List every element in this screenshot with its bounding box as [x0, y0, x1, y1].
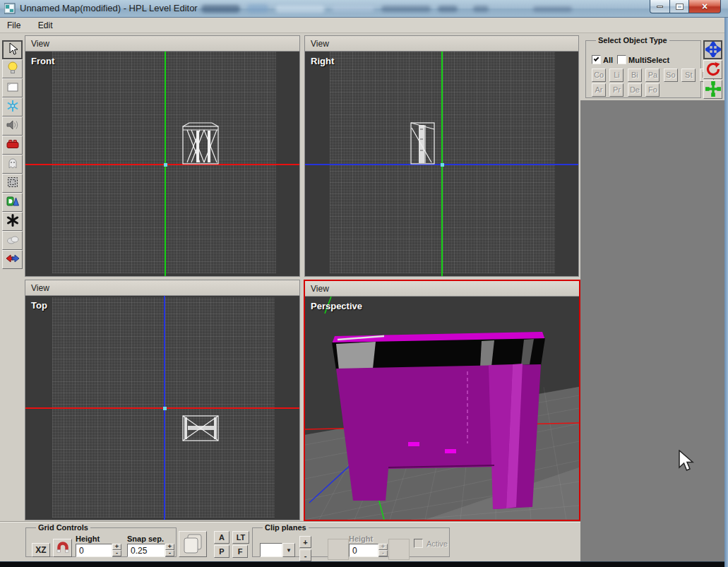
view-mode-p-button[interactable]: P — [214, 545, 229, 558]
toolbar-areas-tool[interactable] — [2, 174, 23, 193]
rotate-circle-icon — [705, 61, 721, 78]
green-blue-shapes-icon — [6, 194, 20, 210]
billboard-icon — [6, 80, 20, 96]
x-axis-line — [25, 407, 299, 409]
menu-edit[interactable]: Edit — [31, 18, 60, 30]
object-type-button-so[interactable]: So — [664, 68, 678, 82]
grid-plane-xz-button[interactable]: XZ — [32, 543, 50, 557]
clip-plane-remove-button[interactable]: - — [299, 549, 311, 561]
object-type-button-li[interactable]: Li — [609, 68, 623, 82]
titlebar[interactable]: Unnamed Map(modified) - HPL Level Editor… — [0, 0, 728, 18]
viewport-top-canvas[interactable]: Top — [25, 296, 299, 520]
snap-sep-label: Snap sep. — [127, 535, 164, 543]
bottom-toolbar: Grid Controls XZ Height + - Snap sep. + … — [0, 521, 580, 561]
object-type-button-ar[interactable]: Ar — [592, 83, 606, 97]
hpl-level-editor-window: Unnamed Map(modified) - HPL Level Editor… — [0, 0, 728, 567]
clip-active-checkbox[interactable] — [414, 539, 423, 548]
ghost-icon — [6, 156, 20, 172]
viewport-perspective-header: View — [305, 281, 579, 297]
toolbar-static-objects-tool[interactable] — [2, 193, 23, 212]
toolbar-compounds-tool[interactable] — [2, 212, 23, 231]
grid-height-input[interactable] — [76, 544, 112, 557]
close-button[interactable]: × — [689, 0, 721, 13]
snap-toggle-button[interactable] — [53, 539, 72, 557]
selected-object-wireframe[interactable] — [182, 122, 219, 165]
snap-sep-spin-down[interactable]: - — [165, 550, 174, 556]
scale-cross-icon — [705, 81, 721, 98]
duplicate-view-button[interactable] — [179, 531, 207, 557]
toolbar-particle-systems-tool[interactable] — [2, 97, 23, 117]
translate-tool-button[interactable] — [703, 40, 722, 59]
x-axis-line — [25, 164, 299, 165]
toolbar-select-tool[interactable] — [2, 40, 23, 59]
grid-controls-legend: Grid Controls — [36, 523, 90, 532]
maximize-button[interactable] — [670, 0, 689, 13]
overlapping-planes-icon — [182, 533, 203, 556]
toolbar-entities-tool[interactable] — [2, 155, 23, 174]
object-type-button-de[interactable]: De — [628, 83, 642, 97]
clip-plane-axis-button[interactable] — [388, 539, 410, 560]
multiselect-checkbox-label: MultiSelect — [628, 56, 669, 64]
viewport-perspective-canvas[interactable]: Perspective — [305, 297, 579, 520]
window-right-border — [724, 18, 728, 567]
object-type-button-pr[interactable]: Pr — [609, 83, 623, 97]
viewport-front-label: Front — [31, 56, 54, 66]
viewport-right[interactable]: View Right — [304, 35, 579, 277]
viewport-right-label: Right — [311, 56, 334, 66]
object-type-button-bi[interactable]: Bi — [628, 68, 642, 82]
toolbar-combine-tool[interactable] — [2, 250, 23, 269]
clip-plane-add-button[interactable]: + — [299, 536, 311, 548]
app-icon — [4, 3, 16, 14]
object-type-button-co[interactable]: Co — [592, 68, 606, 82]
maximize-icon — [676, 4, 683, 9]
minimize-button[interactable] — [650, 0, 670, 13]
snap-sep-input[interactable] — [127, 544, 165, 557]
toolbar-primitives-tool[interactable] — [2, 136, 23, 155]
menubar: File Edit — [0, 18, 724, 33]
viewport-top-label: Top — [31, 300, 47, 311]
grid-controls-group: Grid Controls XZ Height + - Snap sep. + … — [25, 523, 177, 557]
clip-planes-group: Clip planes ▼ + - Height + - Active — [252, 523, 450, 557]
cursor-arrow-icon — [6, 42, 20, 58]
viewport-front[interactable]: View Fron — [25, 35, 300, 277]
clip-plane-dropdown-button[interactable]: ▼ — [282, 543, 295, 557]
magnet-icon — [56, 540, 70, 556]
object-type-button-fo[interactable]: Fo — [645, 83, 660, 97]
multiselect-checkbox[interactable] — [617, 55, 626, 64]
viewport-right-canvas[interactable]: Right — [305, 52, 578, 276]
clip-plane-side-button[interactable] — [328, 539, 349, 560]
viewport-front-canvas[interactable]: Front — [25, 52, 299, 276]
dashed-box-icon — [6, 175, 20, 191]
all-checkbox[interactable] — [592, 55, 601, 64]
toolbar-fog-areas-tool[interactable] — [2, 231, 23, 250]
clip-plane-dropdown-value — [260, 543, 282, 557]
viewport-perspective[interactable]: View — [304, 280, 580, 521]
object-type-button-st[interactable]: St — [681, 68, 696, 82]
selected-object-wireframe[interactable] — [409, 122, 438, 165]
speaker-icon — [6, 118, 20, 134]
toolbar-billboards-tool[interactable] — [2, 78, 23, 97]
view-mode-f-button[interactable]: F — [232, 545, 248, 558]
clip-height-input[interactable] — [349, 544, 378, 557]
selected-object-wireframe[interactable] — [182, 415, 219, 441]
cloud-icon — [6, 232, 20, 249]
rotate-tool-button[interactable] — [703, 60, 722, 79]
black-asterisk-icon — [6, 213, 20, 229]
view-mode-a-button[interactable]: A — [214, 531, 229, 544]
origin-marker — [441, 163, 444, 167]
toolbar-lights-tool[interactable] — [2, 59, 23, 78]
menu-file[interactable]: File — [0, 18, 28, 30]
toolbar-sounds-tool[interactable] — [2, 117, 23, 136]
view-mode-lt-button[interactable]: LT — [232, 531, 249, 544]
clip-height-spin-down[interactable]: - — [378, 550, 388, 556]
clip-height-label: Height — [349, 535, 373, 543]
grid-height-spin-down[interactable]: - — [112, 550, 121, 556]
workspace: View Fron — [0, 33, 724, 561]
all-checkbox-label: All — [603, 56, 613, 64]
particle-star-icon — [6, 99, 20, 115]
scale-tool-button[interactable] — [703, 80, 722, 99]
object-type-button-pa[interactable]: Pa — [645, 68, 660, 82]
viewport-top[interactable]: View Top — [25, 280, 300, 520]
clip-active-label: Active — [426, 539, 448, 548]
red-blue-arrows-icon — [6, 251, 20, 268]
